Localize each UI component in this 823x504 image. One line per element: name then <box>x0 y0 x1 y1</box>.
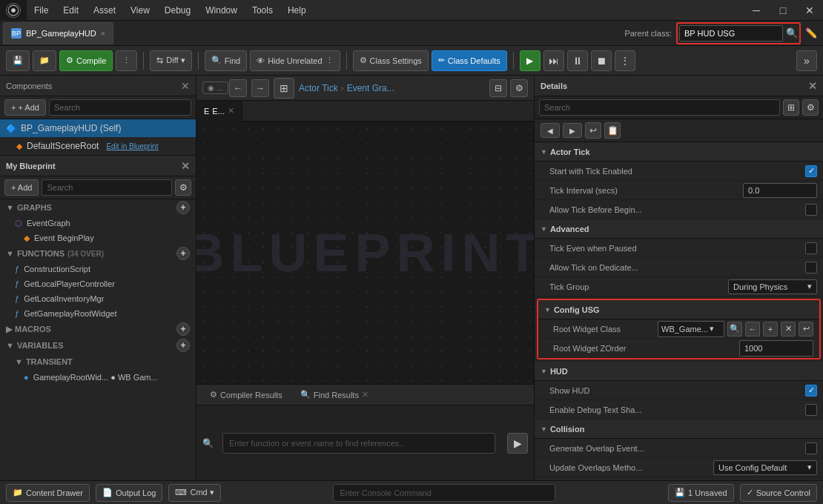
find-button[interactable]: 🔍 Find <box>205 50 247 71</box>
show-hud-checkbox[interactable] <box>805 385 817 397</box>
expand-button[interactable]: » <box>796 50 817 71</box>
save-button[interactable]: 💾 <box>6 50 30 71</box>
content-drawer-button[interactable]: 📁 Content Drawer <box>6 484 90 502</box>
details-nav-btn-1[interactable]: ◀ <box>541 123 560 138</box>
play-button[interactable]: ▶ <box>520 50 541 71</box>
nav-home-button[interactable]: ⊞ <box>274 78 294 99</box>
hud-header[interactable]: ▼ HUD <box>535 362 823 381</box>
functions-add-button[interactable]: + <box>176 247 190 260</box>
find-results-close-button[interactable]: ✕ <box>362 390 368 399</box>
root-widget-browse-button[interactable]: 🔍 <box>727 322 742 336</box>
menu-asset[interactable]: Asset <box>86 0 123 21</box>
menu-help[interactable]: Help <box>280 0 314 21</box>
graphs-section-header[interactable]: ▼ GRAPHS + <box>0 199 196 216</box>
variables-add-button[interactable]: + <box>176 339 190 352</box>
start-with-tick-checkbox[interactable] <box>805 165 817 177</box>
graph-tab-event[interactable]: E E... ✕ <box>196 101 242 122</box>
details-close-button[interactable]: ✕ <box>808 80 817 92</box>
nav-forward-button[interactable]: → <box>251 79 269 97</box>
get-local-player-item[interactable]: ƒ GetLocalPlayerController <box>0 276 196 291</box>
config-usg-header[interactable]: ▼ Config USG <box>538 300 819 319</box>
eventgraph-item[interactable]: ⬡ EventGraph <box>0 216 196 231</box>
graphs-add-button[interactable]: + <box>176 201 190 214</box>
tick-group-dropdown[interactable]: During Physics ▾ <box>728 279 817 294</box>
blueprint-add-button[interactable]: + Add <box>4 179 39 196</box>
nav-back-button[interactable]: ← <box>229 79 247 97</box>
components-close-button[interactable]: ✕ <box>181 80 190 92</box>
details-search-input[interactable] <box>539 99 780 116</box>
more-options-button[interactable]: ⋮ <box>615 50 635 71</box>
root-widget-reset-button[interactable]: ↩ <box>799 322 813 336</box>
find-references-input[interactable] <box>222 433 495 454</box>
advanced-header[interactable]: ▼ Advanced <box>535 219 823 239</box>
close-button[interactable]: ✕ <box>796 0 823 21</box>
actor-tick-header[interactable]: ▼ Actor Tick <box>535 142 823 162</box>
blueprint-settings-button[interactable]: ⚙ <box>175 179 191 196</box>
parent-class-edit-icon[interactable]: ✏️ <box>805 27 817 39</box>
pause-button[interactable]: ⏸ <box>567 50 588 71</box>
unsaved-button[interactable]: 💾 1 Unsaved <box>668 484 734 502</box>
menu-tools[interactable]: Tools <box>245 0 280 21</box>
maximize-button[interactable]: □ <box>770 0 796 21</box>
allow-tick-before-checkbox[interactable] <box>805 204 817 216</box>
tick-when-paused-checkbox[interactable] <box>805 242 817 254</box>
find-exec-button[interactable]: ▶ <box>507 433 528 454</box>
graph-tool-2[interactable]: ⚙ <box>510 79 528 97</box>
details-filter-icon[interactable]: ⚙ <box>802 99 819 116</box>
menu-view[interactable]: View <box>123 0 157 21</box>
breadcrumb-current[interactable]: Event Gra... <box>347 83 394 93</box>
source-control-button[interactable]: ✓ Source Control <box>740 484 817 502</box>
graph-area[interactable]: BLUEPRINT <box>196 122 534 384</box>
construction-script-item[interactable]: ƒ ConstructionScript <box>0 262 196 276</box>
browse-button[interactable]: 📁 <box>33 50 56 71</box>
update-overlaps-dropdown[interactable]: Use Config Default ▾ <box>713 460 817 475</box>
get-gameplay-root-item[interactable]: ƒ GetGameplayRootWidget <box>0 306 196 321</box>
details-icon-1[interactable]: ↩ <box>585 122 601 139</box>
enable-debug-text-checkbox[interactable] <box>805 404 817 416</box>
compile-options-button[interactable]: ⋮ <box>116 50 137 71</box>
root-widget-zorder-input[interactable] <box>739 340 813 357</box>
edit-in-blueprint-link[interactable]: Edit in Blueprint <box>106 142 158 150</box>
my-blueprint-close-button[interactable]: ✕ <box>181 160 190 172</box>
details-nav-btn-2[interactable]: ▶ <box>563 123 582 138</box>
event-beginplay-item[interactable]: ◆ Event BeginPlay <box>0 231 196 245</box>
output-log-button[interactable]: 📄 Output Log <box>96 484 162 502</box>
collision-header[interactable]: ▼ Collision <box>535 420 823 439</box>
transient-section-header[interactable]: ▼ Transient <box>0 354 196 370</box>
tab-close-button[interactable]: × <box>101 29 105 38</box>
details-icon-2[interactable]: 📋 <box>604 122 621 139</box>
component-item-bp-gameplayhud[interactable]: 🔷 BP_GameplayHUD (Self) <box>0 119 196 137</box>
parent-class-search-icon[interactable]: 🔍 <box>786 27 798 39</box>
details-grid-icon[interactable]: ⊞ <box>783 99 799 116</box>
root-widget-use-button[interactable]: ← <box>745 322 760 336</box>
root-widget-add-button[interactable]: + <box>763 322 778 336</box>
component-item-defaultsceneroot[interactable]: ◆ DefaultSceneRoot Edit in Blueprint <box>0 137 196 155</box>
menu-debug[interactable]: Debug <box>157 0 198 21</box>
gameplay-root-variable-item[interactable]: ● GameplayRootWid... ● WB Gam... <box>0 370 196 385</box>
components-search-input[interactable] <box>49 99 191 116</box>
step-button[interactable]: ⏭ <box>543 50 564 71</box>
functions-section-header[interactable]: ▼ FUNCTIONS (34 OVER) + <box>0 245 196 262</box>
allow-tick-dedicated-checkbox[interactable] <box>805 262 817 273</box>
menu-window[interactable]: Window <box>198 0 245 21</box>
get-inventory-item[interactable]: ƒ GetLocalInventoryMgr <box>0 291 196 306</box>
stop-button[interactable]: ⏹ <box>591 50 612 71</box>
cmd-button[interactable]: ⌨ Cmd ▾ <box>168 484 220 502</box>
parent-class-input[interactable] <box>679 25 783 42</box>
root-widget-class-dropdown[interactable]: WB_Game... ▾ <box>658 321 724 337</box>
macros-section-header[interactable]: ▶ MACROS + <box>0 321 196 337</box>
graph-tool-1[interactable]: ⊟ <box>489 79 507 97</box>
hide-unrelated-button[interactable]: 👁 Hide Unrelated ⋮ <box>250 50 340 71</box>
tick-interval-input[interactable] <box>743 183 817 198</box>
class-defaults-button[interactable]: ✏ Class Defaults <box>432 50 507 71</box>
variables-section-header[interactable]: ▼ VARIABLES + <box>0 337 196 354</box>
find-results-tab[interactable]: 🔍 Find Results ✕ <box>293 385 376 405</box>
diff-button[interactable]: ⇆ Diff ▾ <box>150 50 191 71</box>
menu-file[interactable]: File <box>27 0 56 21</box>
menu-edit[interactable]: Edit <box>56 0 86 21</box>
main-tab[interactable]: BP BP_GameplayHUD × <box>3 22 113 44</box>
compiler-results-tab[interactable]: ⚙ Compiler Results <box>202 385 290 405</box>
components-add-button[interactable]: + + Add <box>4 99 46 116</box>
console-input[interactable] <box>333 484 555 502</box>
minimize-button[interactable]: ─ <box>743 0 770 21</box>
